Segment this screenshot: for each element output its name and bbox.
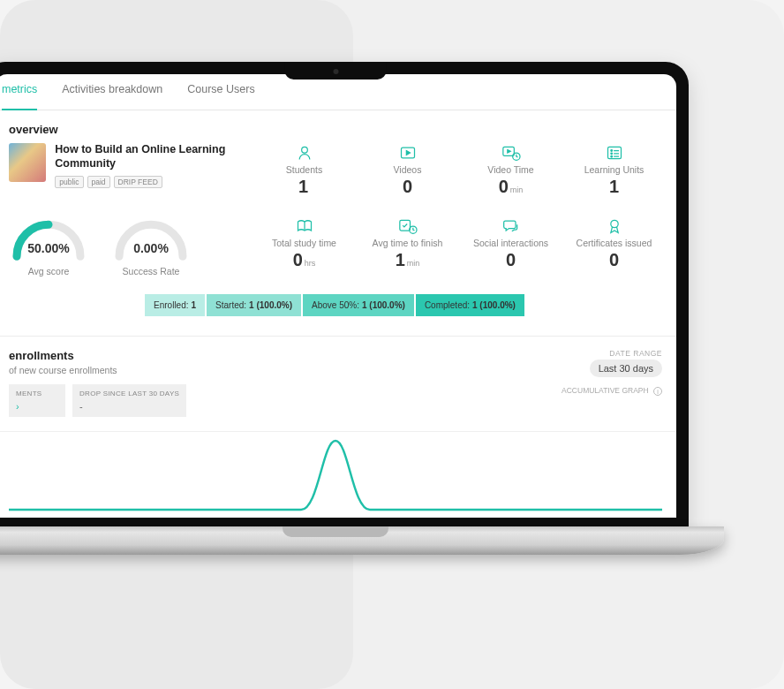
course-summary: How to Build an Online Learning Communit… xyxy=(9,143,238,197)
stat-video-time: Video Time 0min xyxy=(463,143,559,197)
card-enrollments: MENTS › xyxy=(9,384,65,417)
stat-social: Social interactions 0 xyxy=(463,216,559,276)
stat-label: Learning Units xyxy=(566,164,662,175)
gauge-label: Success Rate xyxy=(111,266,191,276)
svg-point-5 xyxy=(610,150,612,152)
svg-point-0 xyxy=(301,147,307,153)
badge-paid: paid xyxy=(87,176,110,188)
accumulative-label: ACCUMULATIVE GRAPH i xyxy=(562,386,662,396)
stat-label: Social interactions xyxy=(463,238,559,248)
stat-students: Students 1 xyxy=(256,143,352,197)
stat-value: 1 xyxy=(298,177,308,196)
chat-icon xyxy=(463,216,559,236)
tabs: metrics Activities breakdown Course User… xyxy=(0,74,676,110)
stat-value: 1 xyxy=(396,250,405,269)
tab-activities[interactable]: Activities breakdown xyxy=(62,83,162,101)
stat-label: Avg time to finish xyxy=(359,238,456,248)
enrollments-chart xyxy=(9,432,662,511)
stat-label: Videos xyxy=(359,164,456,175)
screen: metrics Activities breakdown Course User… xyxy=(0,74,676,518)
stat-value: 0 xyxy=(293,250,303,269)
stat-learning-units: Learning Units 1 xyxy=(566,143,662,197)
svg-point-14 xyxy=(610,220,617,227)
stat-certificates: Certificates issued 0 xyxy=(566,216,662,276)
divider xyxy=(0,336,676,337)
stat-label: Students xyxy=(256,164,352,175)
student-icon xyxy=(256,143,352,163)
funnel-completed[interactable]: Completed: 1 (100.0%) xyxy=(416,294,524,316)
gauge-label: Avg score xyxy=(9,266,88,276)
card-drop: DROP SINCE LAST 30 DAYS - xyxy=(72,384,186,417)
stat-value: 0 xyxy=(506,250,516,269)
overview-title: overview xyxy=(9,110,662,143)
funnel-above50[interactable]: Above 50%: 1 (100.0%) xyxy=(303,294,414,316)
enrollments-sub: of new course enrollments xyxy=(9,365,186,375)
date-range-selector[interactable]: Last 30 days xyxy=(590,360,662,377)
badge-public: public xyxy=(55,176,83,188)
stat-label: Video Time xyxy=(463,164,559,175)
gauge-value: 0.00% xyxy=(111,241,191,255)
stats-row-1: Students 1 Videos 0 xyxy=(256,143,662,197)
funnel-enrolled[interactable]: Enrolled: 1 xyxy=(145,294,205,316)
date-range-label: DATE RANGE xyxy=(562,349,662,358)
clock-check-icon xyxy=(359,216,456,236)
book-icon xyxy=(256,216,352,236)
laptop-frame: metrics Activities breakdown Course User… xyxy=(0,62,759,556)
stat-value: 0 xyxy=(403,177,412,196)
stat-value: 0 xyxy=(499,177,509,196)
gauge-success-rate: 0.00% Success Rate xyxy=(111,216,191,276)
video-time-icon xyxy=(463,143,559,163)
gauge-value: 50.00% xyxy=(9,241,88,255)
funnel-started[interactable]: Started: 1 (100.0%) xyxy=(207,294,301,316)
enrollments-heading: enrollments xyxy=(9,349,186,362)
stat-videos: Videos 0 xyxy=(359,143,456,197)
stat-label: Certificates issued xyxy=(566,238,662,248)
course-title: How to Build an Online Learning Communit… xyxy=(55,143,238,170)
course-thumbnail xyxy=(9,143,46,182)
svg-point-7 xyxy=(610,153,612,155)
tab-users[interactable]: Course Users xyxy=(187,83,254,101)
video-icon xyxy=(359,143,456,163)
tab-metrics[interactable]: metrics xyxy=(2,83,37,110)
list-icon xyxy=(566,143,662,163)
svg-point-9 xyxy=(610,155,612,157)
stat-study-time: Total study time 0hrs xyxy=(256,216,352,276)
stat-label: Total study time xyxy=(256,238,352,248)
stat-value: 0 xyxy=(609,250,619,269)
award-icon xyxy=(566,216,662,236)
stat-value: 1 xyxy=(609,177,619,196)
chevron-right-icon: › xyxy=(16,401,58,412)
stats-row-2: Total study time 0hrs Avg time to finish… xyxy=(256,216,662,276)
funnel: Enrolled: 1 Started: 1 (100.0%) Above 50… xyxy=(9,294,662,316)
badge-drip: DRIP FEED xyxy=(114,176,162,188)
info-icon[interactable]: i xyxy=(653,387,662,396)
stat-avg-finish: Avg time to finish 1min xyxy=(359,216,456,276)
gauge-avg-score: 50.00% Avg score xyxy=(9,216,88,276)
